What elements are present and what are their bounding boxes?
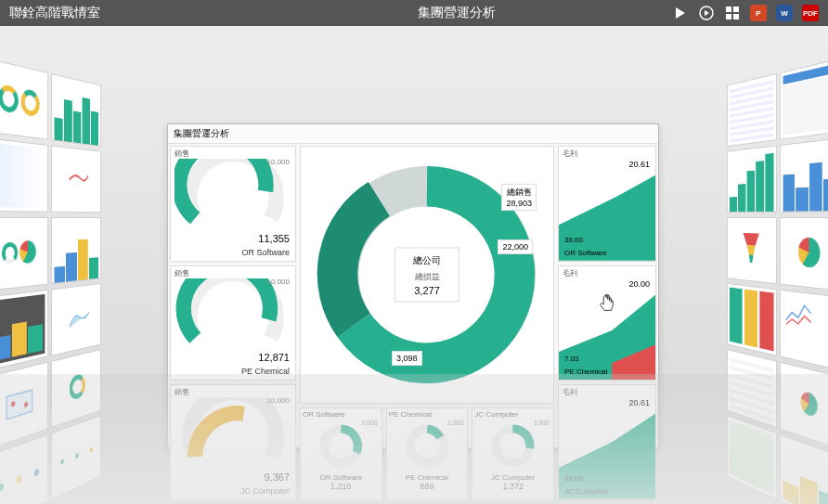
gauge-value: 11,355 (258, 233, 290, 244)
gauge-max: 10,000 (267, 396, 290, 405)
gauge-value: 12,871 (258, 352, 290, 363)
dashboard-thumb[interactable] (0, 58, 48, 140)
dashboard-thumb[interactable] (780, 290, 828, 370)
slice-sales: 總銷售 28,903 (501, 184, 537, 211)
dashboard-thumb[interactable] (51, 349, 100, 428)
mini-pe-chemical[interactable]: PE Chemical 3,000 PE Chemical 689 (386, 407, 469, 500)
mini-or-software[interactable]: OR Software 3,000 OR Software 1,216 (300, 407, 382, 500)
area-jc-computer[interactable]: 毛利 20.61 22.00 JC Computer (558, 384, 656, 500)
dashboard-thumb[interactable] (727, 73, 776, 147)
area-column: 毛利 20.61 38.60 OR Software 毛利 20.00 7.03… (556, 144, 658, 502)
export-ppt-button[interactable]: P (750, 5, 767, 21)
main-donut-chart[interactable]: 總銷售 28,903 22,000 3,098 總公司 總損益 3,277 (300, 146, 554, 404)
svg-rect-3 (726, 6, 731, 12)
dashboard-thumb[interactable] (0, 434, 48, 504)
area-or-software[interactable]: 毛利 20.61 38.60 OR Software (558, 146, 656, 262)
left-wall (0, 54, 103, 472)
gauge-or-software[interactable]: 銷售 10,000 11,355 OR Software (170, 146, 296, 262)
dashboard-thumb[interactable] (51, 217, 100, 284)
donut-center-info: 總公司 總損益 3,277 (395, 248, 459, 303)
header-toolbar: P W PDF (672, 5, 819, 21)
svg-rect-4 (733, 6, 739, 12)
dashboard-thumb[interactable] (727, 415, 776, 499)
mini-donut-row: OR Software 3,000 OR Software 1,216 PE C… (298, 406, 556, 502)
slice-val-3: 3,098 (392, 351, 422, 366)
app-header: 聯銓高階戰情室 集團營運分析 P W PDF (0, 0, 828, 26)
svg-marker-12 (749, 254, 754, 263)
dashboard-thumb[interactable] (51, 146, 100, 213)
dashboard-thumb[interactable] (51, 283, 100, 355)
dashboard-thumb[interactable] (51, 73, 100, 147)
center-column: 總銷售 28,903 22,000 3,098 總公司 總損益 3,277 OR… (298, 144, 556, 502)
dashboard-thumb[interactable] (0, 217, 48, 291)
gauge-name: JC Computer (240, 486, 290, 496)
gauge-value: 9,367 (264, 472, 290, 483)
board-title: 集團營運分析 (168, 124, 658, 144)
dashboard-thumb[interactable] (0, 290, 48, 370)
play-icon[interactable] (672, 5, 689, 21)
main-dashboard[interactable]: 集團營運分析 銷售 10,000 11,355 OR Software 銷售 1… (167, 123, 659, 448)
svg-marker-10 (743, 233, 758, 246)
export-pdf-button[interactable]: PDF (802, 5, 819, 21)
gauge-max: 10,000 (267, 158, 290, 166)
svg-rect-7 (6, 390, 32, 420)
dashboard-thumb[interactable] (780, 434, 828, 504)
dashboard-thumb[interactable] (780, 137, 828, 212)
dashboard-thumb[interactable] (727, 146, 776, 213)
gauge-name: OR Software (241, 248, 290, 257)
dashboard-thumb[interactable] (727, 217, 776, 284)
dashboard-thumb[interactable] (780, 217, 828, 291)
grid-icon[interactable] (724, 5, 741, 21)
gauge-name: PE Chemical (241, 367, 290, 376)
page-title: 集團營運分析 (241, 5, 672, 21)
svg-rect-6 (733, 14, 739, 19)
dashboard-thumb[interactable] (51, 415, 100, 499)
svg-marker-0 (676, 7, 685, 19)
right-wall (725, 54, 828, 472)
dashboard-thumb[interactable] (0, 137, 48, 212)
gauge-jc-computer[interactable]: 銷售 10,000 9,367 JC Computer (170, 384, 296, 500)
next-icon[interactable] (698, 5, 715, 21)
slice-val-2: 22,000 (498, 239, 533, 254)
svg-marker-11 (746, 245, 755, 255)
dashboard-stage: 集團營運分析 銷售 10,000 11,355 OR Software 銷售 1… (0, 26, 828, 504)
svg-marker-2 (705, 10, 709, 16)
dashboard-thumb[interactable] (780, 58, 828, 140)
dashboard-thumb[interactable] (727, 283, 776, 355)
dashboard-thumb[interactable] (727, 349, 776, 428)
app-title: 聯銓高階戰情室 (9, 5, 241, 21)
svg-rect-5 (726, 14, 731, 19)
gauge-max: 10,000 (267, 278, 290, 286)
gauge-column: 銷售 10,000 11,355 OR Software 銷售 10,000 1… (168, 144, 298, 502)
area-pe-chemical[interactable]: 毛利 20.00 7.03 PE Chemical (558, 265, 656, 381)
gauge-pe-chemical[interactable]: 銷售 10,000 12,871 PE Chemical (170, 265, 296, 381)
export-word-button[interactable]: W (776, 5, 793, 21)
mini-jc-computer[interactable]: JC Computer 3,000 JC Computer 1,372 (472, 407, 554, 500)
